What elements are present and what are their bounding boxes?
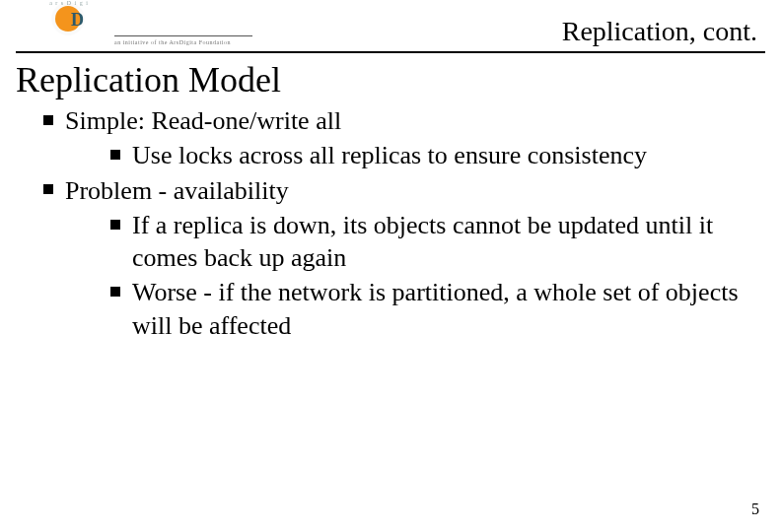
sub-bullet-list: If a replica is down, its objects cannot… <box>65 209 757 342</box>
sub-bullet-list: Use locks across all replicas to ensure … <box>65 139 757 171</box>
bullet-text: If a replica is down, its objects cannot… <box>132 211 713 272</box>
list-item: Use locks across all replicas to ensure … <box>110 139 757 171</box>
header-title: Replication, cont. <box>562 16 757 47</box>
bullet-text: Use locks across all replicas to ensure … <box>132 141 647 169</box>
list-item: Worse - if the network is partitioned, a… <box>110 276 757 342</box>
logo-letter: D <box>71 10 84 31</box>
page-number: 5 <box>751 500 759 518</box>
section-title: Replication Model <box>16 59 781 100</box>
bullet-text: Simple: Read-one/write all <box>65 106 341 135</box>
bullet-text: Problem - availability <box>65 176 289 205</box>
bullet-text: Worse - if the network is partitioned, a… <box>132 278 739 339</box>
list-item: Simple: Read-one/write all Use locks acr… <box>43 104 757 172</box>
logo-underline <box>114 35 252 36</box>
logo: a r s D i g i t a D <box>55 6 81 32</box>
list-item: Problem - availability If a replica is d… <box>43 174 757 342</box>
logo-subtext: an initiative of the ArsDigita Foundatio… <box>114 39 231 45</box>
bullet-list: Simple: Read-one/write all Use locks acr… <box>0 104 781 342</box>
slide-header: a r s D i g i t a D an initiative of the… <box>16 0 765 53</box>
list-item: If a replica is down, its objects cannot… <box>110 209 757 275</box>
